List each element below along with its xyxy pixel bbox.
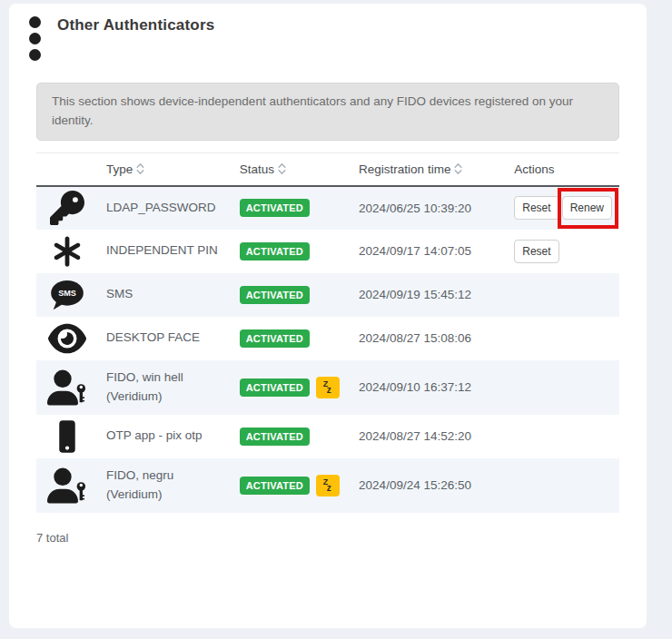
registration-time: 2024/08/27 15:08:06 <box>351 317 507 360</box>
renew-button[interactable]: Renew <box>562 196 612 220</box>
authenticator-type: INDEPENDENT PIN <box>106 241 225 261</box>
other-authenticators-panel: Other Authenticators This section shows … <box>9 4 647 628</box>
header-actions: Actions <box>507 152 619 186</box>
header-registration-time[interactable]: Registration time <box>351 152 507 186</box>
asterisk-icon <box>51 234 84 269</box>
sort-icon[interactable] <box>136 162 144 175</box>
table-row: SMS SMS ACTIVATED 2024/09/19 15:45:12 <box>36 273 619 317</box>
table-header-row: Type Status Registration time Actions <box>36 152 619 186</box>
registration-time: 2024/09/19 15:45:12 <box>351 273 507 317</box>
eye-icon <box>48 321 86 356</box>
status-badge: ACTIVATED <box>240 428 310 446</box>
authenticator-type: LDAP_PASSWORD <box>106 199 225 218</box>
user-key-icon <box>47 467 87 504</box>
authenticator-type: FIDO, negru <box>106 467 225 486</box>
table-row: FIDO, negru(Veridium) ACTIVATEDZz 2024/0… <box>36 458 619 513</box>
authenticator-type: OTP app - pix otp <box>106 427 225 446</box>
table-row: DESKTOP FACE ACTIVATED 2024/08/27 15:08:… <box>36 317 619 360</box>
phone-icon <box>50 418 84 455</box>
sms-icon: SMS <box>49 279 85 311</box>
reset-button[interactable]: Reset <box>514 240 558 263</box>
sort-icon[interactable] <box>454 162 462 175</box>
total-count: 7 total <box>36 531 647 545</box>
info-banner: This section shows device-independent au… <box>36 83 619 141</box>
status-badge: ACTIVATED <box>240 477 310 495</box>
panel-header: Other Authenticators <box>9 4 647 61</box>
authenticator-type: DESKTOP FACE <box>106 329 225 348</box>
registration-time: 2024/06/25 10:39:20 <box>351 186 507 230</box>
header-type[interactable]: Type <box>99 152 232 186</box>
registration-time: 2024/09/17 14:07:05 <box>351 230 507 273</box>
authenticator-subtype: (Veridium) <box>106 388 225 407</box>
table-row: INDEPENDENT PIN ACTIVATED 2024/09/17 14:… <box>36 230 619 273</box>
reset-button[interactable]: Reset <box>514 196 558 220</box>
status-badge: ACTIVATED <box>240 378 310 397</box>
svg-text:SMS: SMS <box>59 289 77 298</box>
table-row: OTP app - pix otp ACTIVATED 2024/08/27 1… <box>36 415 619 458</box>
user-key-icon <box>47 369 87 406</box>
status-badge: ACTIVATED <box>240 199 310 217</box>
page-title: Other Authenticators <box>57 16 214 34</box>
authenticator-type: SMS <box>106 285 225 304</box>
authenticator-subtype: (Veridium) <box>106 486 225 505</box>
table-row: LDAP_PASSWORD ACTIVATED 2024/06/25 10:39… <box>36 186 619 230</box>
authenticators-table: Type Status Registration time Actions LD… <box>36 152 619 513</box>
registration-time: 2024/08/27 14:52:20 <box>351 415 507 458</box>
snooze-icon: Zz <box>316 475 340 496</box>
status-badge: ACTIVATED <box>240 286 310 304</box>
key-icon <box>50 191 84 225</box>
table-row: FIDO, win hell(Veridium) ACTIVATEDZz 202… <box>36 360 619 415</box>
header-status[interactable]: Status <box>232 152 351 186</box>
kebab-menu-icon[interactable] <box>29 15 41 61</box>
header-icon-col <box>36 152 99 186</box>
status-badge: ACTIVATED <box>240 329 310 348</box>
sort-icon[interactable] <box>278 162 286 175</box>
authenticator-type: FIDO, win hell <box>106 369 225 388</box>
registration-time: 2024/09/24 15:26:50 <box>351 458 507 513</box>
status-badge: ACTIVATED <box>240 242 310 261</box>
snooze-icon: Zz <box>316 377 340 398</box>
registration-time: 2024/09/10 16:37:12 <box>351 360 507 415</box>
